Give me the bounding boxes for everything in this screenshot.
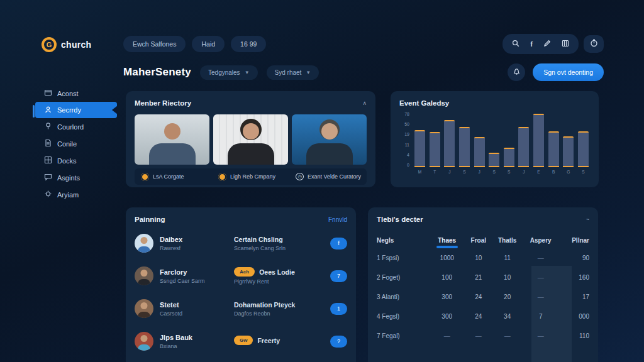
gear-icon xyxy=(44,190,52,199)
sidebar-active-tick xyxy=(33,105,35,118)
app-logo: G church xyxy=(42,37,116,52)
x-tick-label: T xyxy=(430,170,440,174)
photo-caption-1: LsA Corgate xyxy=(135,173,212,181)
member-photo-3[interactable] xyxy=(292,114,367,165)
table-cell: 4 Fegsl) xyxy=(377,313,429,320)
topbar-pill-3[interactable]: 16 99 xyxy=(231,36,266,52)
search-icon[interactable] xyxy=(512,38,519,50)
table-cell: 300 xyxy=(429,293,465,300)
wave-icon[interactable]: ~ xyxy=(586,216,589,222)
y-tick-label: 0 xyxy=(407,163,409,167)
primary-action-button[interactable]: Sgn ovt deonting xyxy=(533,63,604,81)
table-cell: 110 xyxy=(558,332,589,339)
sidebar-item-aconst[interactable]: Aconst xyxy=(40,85,116,102)
grid-icon xyxy=(44,156,52,165)
pencil-icon[interactable] xyxy=(543,38,551,50)
table-cell: 10 xyxy=(465,255,492,261)
table-cell: 90 xyxy=(558,255,589,261)
table-header-pllnar[interactable]: Pllnar xyxy=(558,237,589,244)
dropdown-2[interactable]: Syd rhaet▼ xyxy=(267,65,319,80)
count-pill-button[interactable]: f xyxy=(330,238,347,250)
table-header-negls[interactable]: Negls xyxy=(377,237,429,244)
logo-icon: G xyxy=(42,37,57,52)
table-cell: — xyxy=(523,255,558,261)
chart-plot-area xyxy=(414,112,589,167)
planning-link[interactable]: Fnnvld xyxy=(328,216,347,223)
x-tick-label: J xyxy=(444,170,455,174)
y-tick-label: 50 xyxy=(404,122,409,126)
sidebar-item-label: Aconst xyxy=(57,90,79,97)
logo-text: church xyxy=(61,40,91,50)
topbar-icon-group: f xyxy=(502,34,579,54)
dropdown-1[interactable]: Tedgynales▼ xyxy=(200,65,258,80)
item-subtitle: Scamelyn Cang Srln xyxy=(234,245,330,251)
table-header-row: NeglsThaesFroalThatlsAsperyPllnar xyxy=(377,232,589,248)
data-table-title: Tlebi's decter xyxy=(377,216,423,223)
item-subtitle: Dagfos Reobn xyxy=(234,310,330,317)
table-cell: 21 xyxy=(465,274,492,281)
orange-dot-icon xyxy=(218,173,226,181)
topbar: Ewch Salfones Haid 16 99 f xyxy=(123,33,604,55)
event-bar-chart: 7850191140 MTJSJSSJEBGS xyxy=(399,112,590,177)
table-header-froal[interactable]: Froal xyxy=(465,237,492,244)
table-row: 3 Alanti)3002420—17 xyxy=(377,287,589,307)
card-icon xyxy=(44,89,52,98)
member-directory-title: Menber Riectory xyxy=(135,99,191,107)
person-subtitle: Casrsotd xyxy=(160,310,234,317)
user-icon xyxy=(44,106,52,115)
chart-y-axis: 7850191140 xyxy=(399,112,409,167)
table-row: 7 Fegal)————110 xyxy=(377,326,589,346)
topbar-icons: f xyxy=(502,34,604,54)
table-header-thaes[interactable]: Thaes xyxy=(429,237,465,244)
table-cell: 1000 xyxy=(429,255,465,261)
table-cell: 000 xyxy=(558,313,589,320)
file-icon xyxy=(44,139,52,148)
columns-icon[interactable] xyxy=(562,38,569,50)
sidebar-item-label: Conile xyxy=(57,140,77,148)
member-photo-1[interactable] xyxy=(135,114,209,165)
event-gallery-title: Event Galedsy xyxy=(399,99,449,107)
table-cell: 300 xyxy=(429,313,465,320)
person-name: Jlps Bauk xyxy=(160,334,234,341)
table-cell: — xyxy=(523,293,558,300)
y-tick-label: 4 xyxy=(407,153,409,157)
item-title: Dohamation Pteyck xyxy=(234,301,295,309)
chart-bar xyxy=(518,127,529,167)
status-badge: Ach xyxy=(234,267,255,277)
table-cell: 1 Fspsi) xyxy=(377,255,429,261)
sidebar-item-aryiam[interactable]: Aryiam xyxy=(40,186,116,203)
chart-bar xyxy=(444,120,455,167)
chart-bar xyxy=(474,137,485,167)
topbar-pill-2[interactable]: Haid xyxy=(192,36,225,52)
chevron-down-icon: ▼ xyxy=(245,70,250,75)
count-pill-button[interactable]: 1 xyxy=(330,303,347,315)
timer-button[interactable] xyxy=(584,35,604,53)
count-pill-button[interactable]: ? xyxy=(330,336,347,348)
table-header-aspery[interactable]: Aspery xyxy=(523,237,558,244)
sidebar-item-conile[interactable]: Conile xyxy=(40,135,116,152)
avatar xyxy=(135,266,153,285)
member-photo-2[interactable] xyxy=(213,114,288,165)
page-header: MaherSenety Tedgynales▼ Syd rhaet▼ Sgn o… xyxy=(123,63,604,82)
avatar xyxy=(135,332,153,351)
topbar-pill-1[interactable]: Ewch Salfones xyxy=(123,36,186,52)
orange-dot-icon xyxy=(141,173,149,181)
table-header-thatls[interactable]: Thatls xyxy=(492,237,523,244)
notifications-button[interactable] xyxy=(508,63,525,81)
sidebar-item-courlord[interactable]: Courlord xyxy=(40,118,116,135)
person-subtitle: Bxiana xyxy=(160,343,234,349)
sidebar-item-asgints[interactable]: Asgints xyxy=(40,169,116,186)
pin-icon xyxy=(44,122,52,131)
facebook-icon[interactable]: f xyxy=(530,41,533,48)
photo-caption-2: Ligh Reb Cmpany xyxy=(212,173,289,181)
sidebar-item-docks[interactable]: Docks xyxy=(40,152,116,169)
table-cell: 100 xyxy=(429,274,465,281)
table-cell: 34 xyxy=(492,313,523,320)
count-pill-button[interactable]: 7 xyxy=(330,270,347,282)
chevron-up-icon[interactable]: ∧ xyxy=(362,100,367,106)
clock-circle-icon: ◷ xyxy=(296,173,304,180)
x-tick-label: E xyxy=(533,170,544,174)
table-cell: 160 xyxy=(558,274,589,281)
sidebar-item-secrrdy[interactable]: Secrrdy xyxy=(35,102,117,118)
table-row: 2 Foget)1002110—160 xyxy=(377,268,589,287)
